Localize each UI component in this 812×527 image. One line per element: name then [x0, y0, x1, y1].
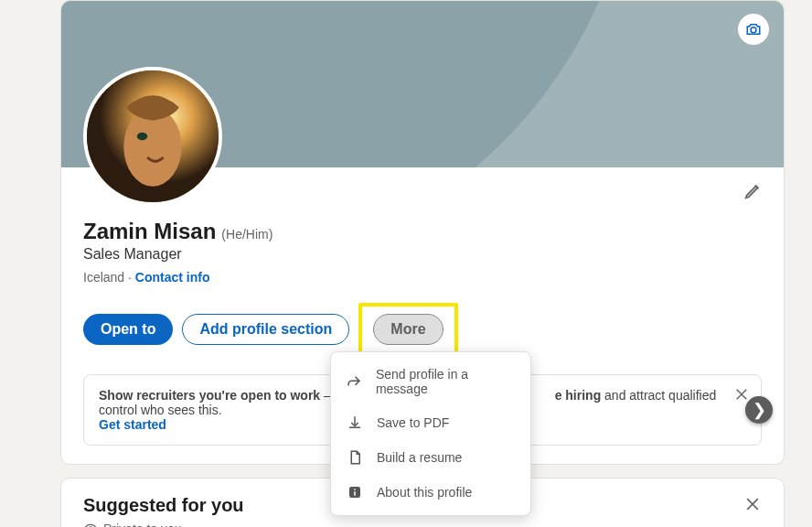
profile-pronouns: (He/Him)	[221, 227, 272, 242]
svg-point-0	[751, 27, 756, 33]
suggested-close-button[interactable]	[743, 495, 762, 518]
svg-rect-7	[354, 489, 356, 490]
dropdown-item-label: About this profile	[377, 485, 472, 500]
open-to-button[interactable]: Open to	[83, 314, 173, 345]
profile-location: Iceland	[83, 270, 124, 285]
more-button[interactable]: More	[373, 314, 443, 345]
promo-control-line: control who sees this.	[99, 403, 222, 417]
download-icon	[347, 414, 363, 431]
add-profile-section-button[interactable]: Add profile section	[182, 314, 349, 345]
contact-info-link[interactable]: Contact info	[135, 270, 210, 285]
pencil-icon	[743, 180, 764, 200]
dropdown-send-profile[interactable]: Send profile in a message	[331, 358, 530, 405]
avatar-graphic	[87, 70, 219, 202]
share-arrow-icon	[346, 373, 362, 390]
dropdown-about-profile[interactable]: About this profile	[331, 475, 530, 510]
svg-point-3	[137, 133, 148, 141]
svg-rect-6	[354, 491, 356, 496]
more-dropdown: Send profile in a message Save to PDF Bu…	[330, 351, 531, 516]
chevron-right-icon: ❯	[753, 400, 766, 420]
edit-profile-button[interactable]	[743, 180, 764, 204]
tutorial-highlight: More	[358, 303, 457, 356]
dropdown-build-resume[interactable]: Build a resume	[331, 440, 530, 475]
promo-next-button[interactable]: ❯	[745, 396, 773, 424]
promo-recruiters-bold: Show recruiters you're open to work	[99, 388, 320, 403]
close-icon	[743, 495, 762, 513]
edit-cover-button[interactable]	[738, 14, 769, 45]
profile-avatar[interactable]	[83, 67, 222, 206]
document-icon	[347, 449, 363, 466]
camera-icon	[745, 21, 762, 38]
close-icon	[733, 386, 750, 403]
dropdown-item-label: Send profile in a message	[376, 367, 516, 396]
private-label: Private to you	[103, 522, 182, 527]
dropdown-item-label: Save to PDF	[377, 415, 449, 430]
info-icon	[347, 484, 363, 500]
get-started-link[interactable]: Get started	[99, 417, 166, 432]
dropdown-save-pdf[interactable]: Save to PDF	[331, 405, 530, 440]
eye-icon	[83, 522, 98, 527]
dropdown-item-label: Build a resume	[377, 450, 462, 465]
profile-name: Zamin Misan	[83, 219, 216, 244]
profile-headline: Sales Manager	[83, 246, 762, 263]
